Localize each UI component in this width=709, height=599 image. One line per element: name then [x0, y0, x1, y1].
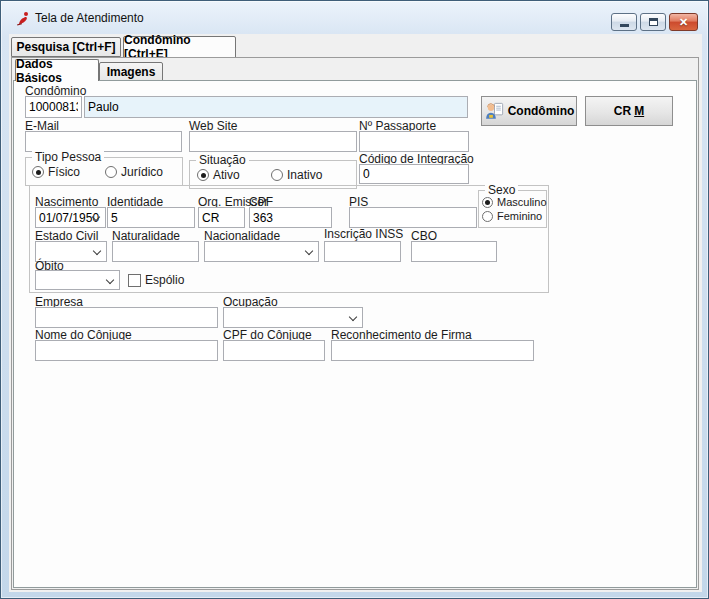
minimize-button[interactable] — [611, 13, 637, 31]
crm-button-accel: M — [634, 104, 644, 118]
obito-combobox[interactable] — [35, 270, 120, 290]
radio-masculino-icon — [482, 197, 493, 208]
identidade-input[interactable] — [107, 207, 195, 228]
website-input[interactable] — [189, 131, 357, 152]
email-input[interactable] — [25, 131, 182, 152]
crm-button[interactable]: CRM — [585, 96, 673, 126]
nascimento-combobox[interactable]: 01/07/1950 — [35, 207, 106, 228]
radio-feminino-icon — [482, 211, 493, 222]
pis-input[interactable] — [349, 207, 477, 228]
radio-inativo-label: Inativo — [287, 168, 322, 182]
radio-juridico[interactable]: Jurídico — [105, 165, 163, 179]
condomino-name-input[interactable] — [84, 96, 468, 118]
inscricao-inss-input[interactable] — [324, 241, 401, 262]
tab-dados-basicos-label: Dados Básicos — [16, 57, 98, 85]
chevron-down-icon — [349, 313, 357, 321]
maximize-button[interactable] — [640, 13, 666, 31]
inscricao-inss-label: Inscrição INSS — [324, 227, 403, 241]
tab-imagens-label: Imagens — [107, 65, 156, 79]
tab-imagens[interactable]: Imagens — [99, 62, 163, 81]
close-icon: ✕ — [679, 17, 688, 28]
radio-masculino[interactable]: Masculino — [482, 196, 547, 208]
person-icon — [484, 101, 505, 122]
naturalidade-input[interactable] — [112, 241, 199, 262]
nascimento-value: 01/07/1950 — [39, 211, 99, 225]
espolio-label: Espólio — [145, 273, 184, 287]
nome-conjuge-input[interactable] — [35, 340, 218, 361]
cpf-input[interactable] — [249, 207, 332, 228]
org-emissor-input[interactable] — [198, 207, 245, 228]
radio-inativo[interactable]: Inativo — [271, 168, 322, 182]
tab-condomino[interactable]: Condômino [Ctrl+E] — [123, 36, 236, 58]
minimize-icon — [620, 24, 629, 27]
tipo-pessoa-group-label: Tipo Pessoa — [32, 150, 104, 164]
radio-fisico-icon — [32, 166, 44, 178]
nacionalidade-combobox[interactable] — [204, 241, 319, 262]
espolio-checkbox[interactable]: Espólio — [128, 273, 184, 287]
chevron-down-icon — [93, 247, 101, 255]
ocupacao-combobox[interactable] — [223, 307, 363, 328]
radio-fisico-label: Físico — [48, 165, 80, 179]
radio-juridico-label: Jurídico — [121, 165, 163, 179]
sexo-group-label: Sexo — [485, 183, 518, 197]
tab-dados-basicos[interactable]: Dados Básicos — [15, 59, 99, 81]
radio-ativo[interactable]: Ativo — [197, 168, 240, 182]
tab-pesquisa-label: Pesquisa [Ctrl+F] — [16, 40, 115, 54]
window-title: Tela de Atendimento — [35, 11, 144, 25]
radio-feminino-label: Feminino — [497, 210, 542, 222]
cbo-input[interactable] — [411, 241, 497, 262]
radio-masculino-label: Masculino — [497, 196, 547, 208]
espolio-checkbox-icon — [128, 274, 141, 287]
passaporte-input[interactable] — [359, 131, 469, 152]
condomino-code-input[interactable] — [25, 96, 82, 118]
situacao-group-label: Situação — [196, 153, 249, 167]
codigo-integracao-input[interactable] — [359, 164, 469, 184]
tab-pesquisa[interactable]: Pesquisa [Ctrl+F] — [11, 37, 121, 57]
condomino-button-label: Condômino — [508, 104, 575, 118]
radio-inativo-icon — [271, 169, 283, 181]
window: Tela de Atendimento ✕ Pesquisa [Ctrl+F] … — [0, 0, 709, 599]
maximize-icon — [649, 18, 658, 26]
radio-ativo-icon — [197, 169, 209, 181]
chevron-down-icon — [106, 276, 114, 284]
close-button[interactable]: ✕ — [669, 13, 698, 31]
app-icon — [16, 11, 31, 26]
titlebar: Tela de Atendimento ✕ — [2, 2, 707, 34]
condomino-button[interactable]: Condômino — [481, 96, 577, 126]
radio-juridico-icon — [105, 166, 117, 178]
radio-fisico[interactable]: Físico — [32, 165, 80, 179]
cpf-conjuge-input[interactable] — [223, 340, 325, 361]
empresa-input[interactable] — [35, 307, 218, 328]
radio-feminino[interactable]: Feminino — [482, 210, 542, 222]
radio-ativo-label: Ativo — [213, 168, 240, 182]
crm-button-label: CR — [614, 104, 631, 118]
chevron-down-icon — [305, 247, 313, 255]
reconhecimento-firma-input[interactable] — [331, 340, 534, 361]
